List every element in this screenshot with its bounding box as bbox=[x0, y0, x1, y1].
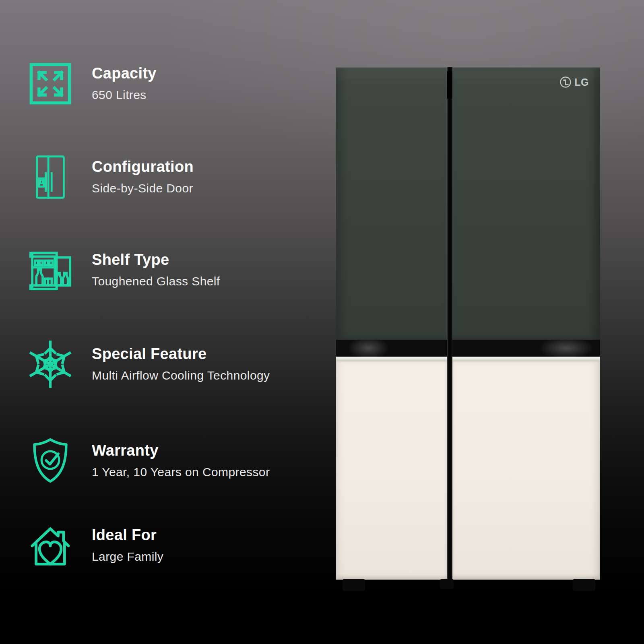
fridge-right-upper-door: LG bbox=[452, 67, 600, 340]
fridge-center-hinge bbox=[447, 71, 452, 99]
snowflake-icon bbox=[26, 340, 75, 388]
feature-special-feature: Special Feature Multi Airflow Cooling Te… bbox=[26, 340, 270, 388]
fridge-right-trim-strip bbox=[452, 357, 600, 361]
lg-logo: LG bbox=[559, 76, 589, 88]
fridge-center-wheel bbox=[440, 579, 454, 589]
feature-title: Shelf Type bbox=[92, 252, 220, 268]
product-infographic: Capacity 650 Litres Configuration Side-b… bbox=[0, 0, 644, 644]
feature-shelf-type: Shelf Type Toughened Glass Shelf bbox=[26, 248, 220, 293]
feature-ideal-for: Ideal For Large Family bbox=[26, 520, 163, 571]
fridge-door-gap bbox=[447, 67, 452, 580]
fridge-left-upper-door bbox=[336, 67, 447, 340]
fridge-right-lower-door bbox=[452, 361, 600, 580]
feature-capacity: Capacity 650 Litres bbox=[26, 62, 157, 106]
shield-check-icon bbox=[26, 437, 75, 485]
house-heart-icon bbox=[26, 520, 75, 571]
feature-value: 650 Litres bbox=[92, 88, 157, 102]
feature-title: Ideal For bbox=[92, 527, 163, 544]
fridge-left-door bbox=[336, 67, 447, 580]
feature-configuration: Configuration Side-by-Side Door bbox=[26, 154, 194, 200]
fridge-left-wheel bbox=[343, 579, 365, 591]
feature-value: Side-by-Side Door bbox=[92, 182, 194, 196]
feature-value: Toughened Glass Shelf bbox=[92, 275, 220, 289]
fridge-left-lower-door bbox=[336, 361, 447, 580]
expand-icon bbox=[26, 62, 75, 106]
fridge-left-handle-band bbox=[336, 340, 447, 357]
fridge-right-wheel bbox=[573, 579, 595, 591]
shelf-bottles-icon bbox=[26, 248, 75, 293]
fridge-doors-icon bbox=[26, 154, 75, 200]
fridge-left-trim-strip bbox=[336, 357, 447, 361]
feature-title: Configuration bbox=[92, 159, 194, 175]
feature-title: Special Feature bbox=[92, 346, 270, 363]
fridge-right-door: LG bbox=[452, 67, 600, 580]
feature-title: Warranty bbox=[92, 442, 270, 459]
feature-value: 1 Year, 10 Years on Compressor bbox=[92, 465, 270, 479]
lg-logo-text: LG bbox=[574, 76, 589, 88]
feature-value: Multi Airflow Cooling Technology bbox=[92, 369, 270, 383]
lg-logo-icon bbox=[559, 76, 572, 88]
refrigerator-product-image: LG bbox=[336, 67, 600, 594]
fridge-right-handle-band bbox=[452, 340, 600, 357]
feature-value: Large Family bbox=[92, 550, 163, 564]
feature-warranty: Warranty 1 Year, 10 Years on Compressor bbox=[26, 437, 270, 485]
feature-title: Capacity bbox=[92, 65, 157, 82]
